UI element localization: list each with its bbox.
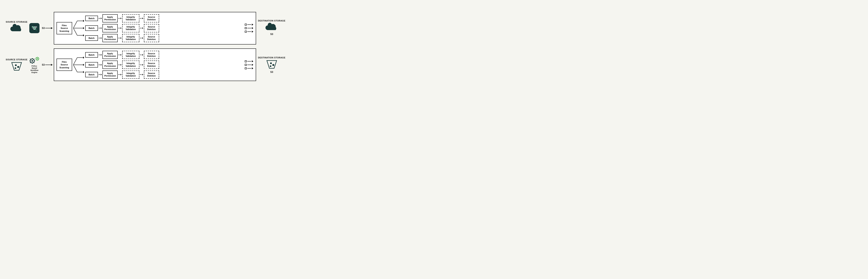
top-deletion-3: Source Deletion: [144, 34, 159, 42]
bottom-integrity-1: Integrity Validation: [122, 51, 140, 59]
top-scan-box: Files Source Scanning: [57, 22, 72, 34]
top-right-row-1: [245, 24, 253, 26]
right-section: DESTINATION STORAGE S3 DESTINATION STORA…: [258, 12, 286, 81]
funnel-icon: [11, 62, 23, 72]
bottom-scan-box: Files Source Scanning: [57, 59, 72, 71]
top-output-square-3: [245, 31, 247, 33]
svg-point-46: [272, 64, 274, 66]
svg-marker-43: [83, 64, 84, 66]
svg-point-17: [37, 58, 38, 59]
svg-marker-14: [83, 27, 84, 29]
gears-icon: [29, 56, 40, 65]
bottom-pipeline-rows: Batch Apply Permission Integrity Validat…: [85, 51, 243, 79]
top-pipeline-row-1: Batch Apply Permission Integrity Validat…: [85, 14, 243, 23]
svg-marker-44: [83, 71, 84, 73]
top-right-row-2: [245, 27, 253, 29]
top-s3-label: S3: [42, 27, 45, 30]
svg-rect-29: [32, 63, 33, 64]
svg-line-36: [73, 58, 77, 65]
svg-line-38: [73, 65, 77, 72]
top-deletion-2: Source Deletion: [144, 24, 159, 32]
top-output-square-1: [245, 24, 247, 26]
engine-icon-area: Policy-Based Workflow Engine: [29, 56, 39, 73]
app-icon-area: [29, 23, 39, 33]
top-integrity-2: Integrity Validation: [122, 24, 140, 32]
bottom-fanout-svg: [73, 54, 84, 76]
bottom-integrity-2: Integrity Validation: [122, 61, 140, 69]
bottom-batch-2: Batch: [85, 62, 98, 68]
top-s3-connector: S3: [42, 27, 53, 30]
bottom-deletion-2: Source Deletion: [144, 61, 159, 69]
top-perm-1: Apply Permission: [102, 14, 118, 23]
bottom-integrity-3: Integrity Validation: [122, 70, 140, 79]
top-output-square-2: [245, 27, 247, 29]
top-perm-2: Apply Permission: [102, 24, 118, 32]
top-pipeline-row-3: Batch Apply Permission Integrity Validat…: [85, 34, 243, 42]
top-pipeline-row-2: Batch Apply Permission Integrity Validat…: [85, 24, 243, 32]
middle-section: S3 Files Source Scanning: [29, 12, 256, 81]
cloud-icon-dest-top: [265, 23, 279, 32]
dest-storage-label-bottom: DESTINATION STORAGE: [258, 57, 286, 59]
top-s3-line: [45, 28, 51, 28]
bottom-batch-3: Batch: [85, 72, 98, 77]
top-pipeline-rows: Batch Apply Permission Integrity Validat…: [85, 14, 243, 42]
svg-marker-15: [83, 34, 84, 36]
app-icon: [29, 23, 39, 33]
source-storage-label-top: SOURCE STORAGE: [6, 21, 27, 23]
bottom-output-square-1: [245, 60, 247, 62]
bottom-output-square-3: [245, 67, 247, 69]
top-right-connectors: [245, 24, 253, 33]
top-integrity-1: Integrity Validation: [122, 14, 140, 23]
svg-rect-30: [30, 61, 31, 62]
bottom-s3-label: S3: [42, 64, 45, 66]
source-storage-label-bottom: SOURCE STORAGE: [6, 58, 27, 61]
svg-rect-28: [32, 58, 33, 59]
dest-storage-label-top: DESTINATION STORAGE: [258, 20, 286, 22]
left-section: SOURCE STORAGE SOURCE STORAGE: [4, 12, 29, 81]
top-deletion-1: Source Deletion: [144, 14, 159, 23]
top-batch-3: Batch: [85, 35, 98, 41]
top-perm-3: Apply Permission: [102, 34, 118, 42]
svg-point-2: [15, 67, 16, 69]
engine-label: Policy-Based Workflow Engine: [29, 65, 39, 73]
top-destination: DESTINATION STORAGE S3: [258, 20, 286, 36]
svg-marker-42: [83, 57, 84, 59]
bottom-source: SOURCE STORAGE: [4, 58, 29, 72]
bottom-right-row-1: [245, 60, 253, 62]
app-logo-icon: [31, 25, 38, 32]
top-right-row-3: [245, 31, 253, 33]
svg-marker-13: [83, 20, 84, 22]
top-fanout-svg: [73, 18, 84, 39]
dest-s3-label-top: S3: [270, 33, 273, 36]
bottom-pipeline-row-2: Batch Apply Permission Integrity Validat…: [85, 61, 243, 69]
svg-rect-45: [270, 63, 272, 64]
dest-s3-label-bottom: S3: [270, 71, 273, 73]
svg-rect-31: [34, 61, 35, 62]
bottom-pipeline-row-1: Batch Apply Permission Integrity Validat…: [85, 51, 243, 59]
bottom-right-row-2: [245, 64, 253, 66]
bottom-perm-1: Apply Permission: [102, 51, 118, 59]
top-source: SOURCE STORAGE: [4, 21, 29, 34]
bottom-workflow-row: Policy-Based Workflow Engine S3 Files So…: [29, 48, 256, 81]
svg-rect-0: [15, 64, 17, 66]
bottom-destination: DESTINATION STORAGE S3: [258, 57, 286, 73]
top-workflow-row: S3 Files Source Scanning: [29, 12, 256, 44]
svg-rect-20: [35, 59, 36, 59]
svg-point-27: [31, 60, 33, 62]
top-integrity-3: Integrity Validation: [122, 34, 140, 42]
svg-line-9: [73, 28, 77, 35]
svg-rect-21: [38, 59, 39, 59]
svg-point-47: [270, 65, 271, 67]
top-s3-arrow: [51, 27, 53, 29]
top-batch-1: Batch: [85, 15, 98, 21]
bottom-perm-3: Apply Permission: [102, 70, 118, 79]
bottom-perm-2: Apply Permission: [102, 61, 118, 69]
svg-rect-18: [37, 57, 37, 58]
bottom-batch-1: Batch: [85, 52, 98, 58]
bottom-pipeline-row-3: Batch Apply Permission Integrity Validat…: [85, 70, 243, 79]
svg-line-7: [73, 21, 77, 28]
bottom-deletion-1: Source Deletion: [144, 51, 159, 59]
svg-point-1: [17, 66, 19, 68]
top-batch-2: Batch: [85, 25, 98, 31]
bottom-right-connectors: [245, 60, 253, 69]
